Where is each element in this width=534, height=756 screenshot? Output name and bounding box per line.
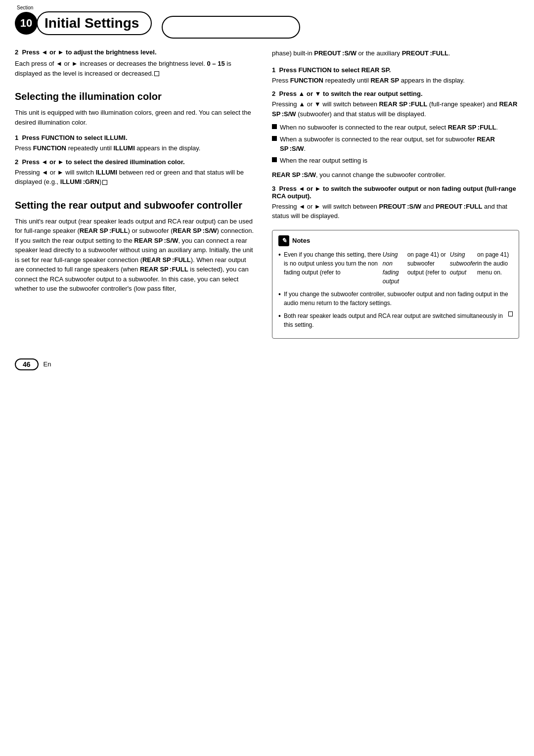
notes-icon: ✎ <box>278 235 289 246</box>
section-title-pill: Initial Settings <box>37 11 152 35</box>
brightness-step-num: 2 <box>15 48 18 56</box>
display-icon-1 <box>154 71 159 76</box>
header-right-pill <box>162 16 300 39</box>
right-intro: phase) built-in PREOUT :S/W or the auxil… <box>272 48 519 58</box>
rear-step2-extra: REAR SP :S/W, you cannot change the subw… <box>272 170 519 180</box>
brightness-section: 2 Press ◄ or ► to adjust the brightness … <box>15 48 257 78</box>
col-left: 2 Press ◄ or ► to adjust the brightness … <box>15 48 257 339</box>
bullet-square-2 <box>272 136 277 141</box>
illumi-step2-body: Pressing ◄ or ► will switch ILLUMI betwe… <box>15 168 257 187</box>
rear-step2-heading: 2 Press ▲ or ▼ to switch the rear output… <box>272 90 519 97</box>
notes-list: Even if you change this setting, there i… <box>278 250 513 329</box>
rear-step1-heading: 1 Press FUNCTION to select REAR SP. <box>272 66 519 74</box>
header: Section 10 Initial Settings <box>0 0 534 39</box>
brightness-body-text: Each press of ◄ or ► increases or decrea… <box>15 60 231 77</box>
notes-item-1: Even if you change this setting, there i… <box>278 250 513 286</box>
rear-step2: 2 Press ▲ or ▼ to switch the rear output… <box>272 90 519 180</box>
section-title-text: Initial Settings <box>44 15 139 31</box>
illumi-intro: This unit is equipped with two illuminat… <box>15 108 257 127</box>
section-number: 10 <box>15 12 38 35</box>
illumi-step1: 1 Press FUNCTION to select ILLUMI. Press… <box>15 134 257 153</box>
page: Section 10 Initial Settings 2 Press ◄ or… <box>0 0 534 756</box>
illumi-step1-body: Press FUNCTION repeatedly until ILLUMI a… <box>15 143 257 153</box>
rear-step2-bullets: When no subwoofer is connected to the re… <box>272 123 519 165</box>
footer-page-number: 46 <box>15 358 39 370</box>
illumi-heading: Selecting the illumination color <box>15 90 257 103</box>
section-badge: Section 10 Initial Settings <box>15 5 152 39</box>
bullet-item-1: When no subwoofer is connected to the re… <box>272 123 519 133</box>
display-icon-2 <box>102 180 107 185</box>
brightness-body: Each press of ◄ or ► increases or decrea… <box>15 59 257 78</box>
footer: 46 En <box>0 354 534 375</box>
bullet-square-1 <box>272 124 277 129</box>
bullet-square-3 <box>272 157 277 162</box>
notes-item-3: Both rear speaker leads output and RCA r… <box>278 311 513 329</box>
illumi-step1-heading: 1 Press FUNCTION to select ILLUMI. <box>15 134 257 141</box>
rear-step3-heading: 3 Press ◄ or ► to switch the subwoofer o… <box>272 185 519 200</box>
display-icon-3 <box>508 311 513 316</box>
rear-step2-body: Pressing ▲ or ▼ will switch between REAR… <box>272 99 519 119</box>
rear-step3-body: Pressing ◄ or ► will switch between PREO… <box>272 202 519 221</box>
brightness-step-title: Press ◄ or ► to adjust the brightness le… <box>22 48 156 56</box>
rear-step1: 1 Press FUNCTION to select REAR SP. Pres… <box>272 66 519 86</box>
brightness-range: 0 – 15 <box>207 60 224 67</box>
notes-title: Notes <box>292 237 310 244</box>
section-label: Section <box>17 5 33 10</box>
notes-item-2: If you change the subwoofer controller, … <box>278 290 513 308</box>
rear-output-heading: Setting the rear output and subwoofer co… <box>15 199 257 212</box>
notes-box: ✎ Notes Even if you change this setting,… <box>272 230 519 339</box>
bullet-item-3: When the rear output setting is <box>272 156 519 166</box>
rear-step1-body: Press FUNCTION repeatedly until REAR SP … <box>272 76 519 86</box>
notes-header: ✎ Notes <box>278 235 513 246</box>
brightness-heading: 2 Press ◄ or ► to adjust the brightness … <box>15 48 257 56</box>
illumi-step2-heading: 2 Press ◄ or ► to select the desired ill… <box>15 158 257 166</box>
illumi-step2: 2 Press ◄ or ► to select the desired ill… <box>15 158 257 187</box>
footer-language: En <box>44 360 51 368</box>
bullet-item-2: When a subwoofer is connected to the rea… <box>272 134 519 154</box>
rear-output-intro: This unit's rear output (rear speaker le… <box>15 217 257 294</box>
content-area: 2 Press ◄ or ► to adjust the brightness … <box>0 48 534 339</box>
col-right: phase) built-in PREOUT :S/W or the auxil… <box>272 48 519 339</box>
section-title-box: 10 Initial Settings <box>15 11 152 35</box>
rear-step3: 3 Press ◄ or ► to switch the subwoofer o… <box>272 185 519 221</box>
